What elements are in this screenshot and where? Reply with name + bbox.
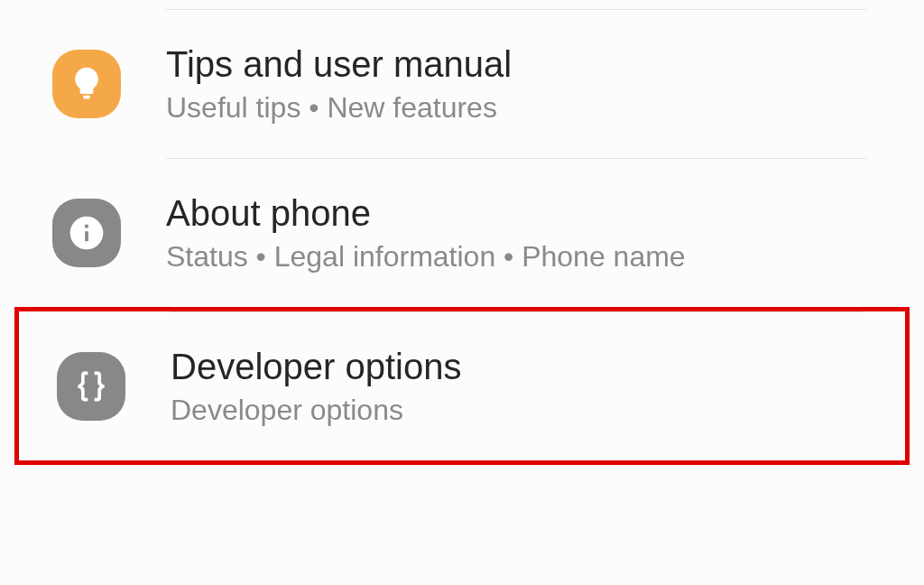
braces-icon <box>57 352 125 421</box>
settings-item-subtitle: Useful tips • New features <box>166 89 512 125</box>
settings-item-developer-options[interactable]: Developer options Developer options <box>19 312 905 460</box>
settings-item-title: Tips and user manual <box>166 42 512 86</box>
settings-item-subtitle: Status • Legal information • Phone name <box>166 238 686 274</box>
settings-item-title: About phone <box>166 191 686 235</box>
settings-item-text: Developer options Developer options <box>171 345 461 428</box>
settings-list: Tips and user manual Useful tips • New f… <box>0 0 924 585</box>
settings-item-title: Developer options <box>171 345 461 388</box>
settings-item-text: Tips and user manual Useful tips • New f… <box>166 42 512 125</box>
info-icon <box>52 199 121 267</box>
settings-item-about-phone[interactable]: About phone Status • Legal information •… <box>0 159 924 307</box>
settings-item-subtitle: Developer options <box>171 392 461 428</box>
highlight-annotation: Developer options Developer options <box>14 307 910 465</box>
settings-item-text: About phone Status • Legal information •… <box>166 191 686 274</box>
lightbulb-icon <box>52 50 121 118</box>
settings-item-tips[interactable]: Tips and user manual Useful tips • New f… <box>0 10 924 158</box>
